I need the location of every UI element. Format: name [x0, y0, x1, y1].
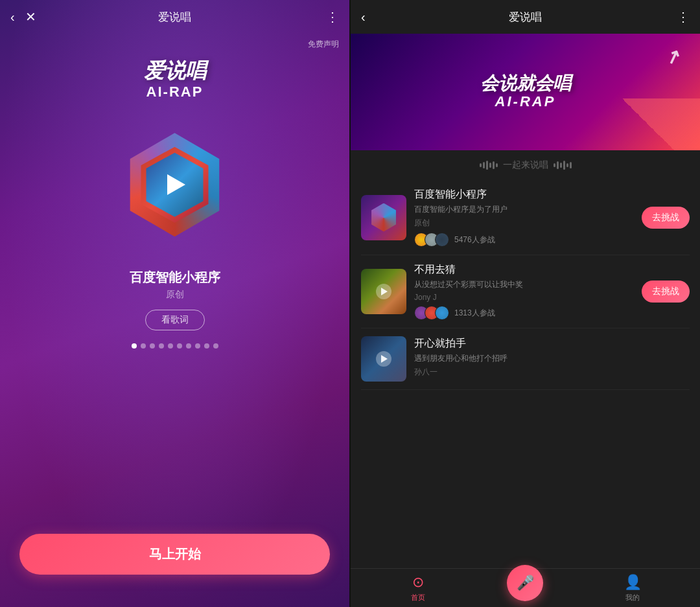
- song-details-3: 开心就拍手 遇到朋友用心和他打个招呼 孙八一: [414, 337, 690, 382]
- wave-bar: [489, 163, 491, 168]
- thumb-triangle-2: [381, 288, 388, 295]
- right-header: ‹ 爱说唱 ⋮: [351, 0, 700, 34]
- mic-icon: 🎤: [517, 575, 534, 591]
- nav-profile-label: 我的: [625, 593, 640, 602]
- song-meta-2: 1313人参战: [414, 306, 634, 320]
- play-icon[interactable]: [159, 168, 191, 201]
- left-header: ‹ ✕ 爱说唱 ⋮: [0, 0, 349, 34]
- dot-6[interactable]: [177, 343, 182, 349]
- participant-count-1: 5476人参战: [454, 235, 495, 246]
- banner-content: 会说就会唱 AI-RAP: [480, 74, 571, 111]
- song-artist-1: 原创: [414, 218, 634, 229]
- wave-bar: [480, 163, 482, 167]
- fab-button[interactable]: 🎤: [507, 565, 543, 601]
- left-more-button[interactable]: ⋮: [326, 9, 339, 25]
- song-desc-1: 百度智能小程序是为了用户: [414, 204, 634, 215]
- nav-home-label: 首页: [411, 593, 425, 602]
- right-header-title: 爱说唱: [509, 10, 542, 25]
- nav-profile[interactable]: 👤 我的: [613, 574, 652, 602]
- wave-bar: [486, 161, 488, 170]
- song-details-2: 不用去猜 从没想过买个彩票可以让我中奖 Jony J 1313人参战: [414, 263, 634, 320]
- play-triangle: [167, 174, 185, 195]
- dot-3[interactable]: [150, 343, 155, 349]
- wave-bar: [560, 163, 562, 168]
- song-tag: 原创: [130, 289, 220, 301]
- app-subtitle: AI-RAP: [146, 84, 204, 100]
- wave-bar: [554, 163, 555, 167]
- challenge-button-2[interactable]: 去挑战: [642, 281, 690, 303]
- profile-icon: 👤: [624, 574, 642, 591]
- song-item-1[interactable]: 百度智能小程序 百度智能小程序是为了用户 原创 5476人参战 去挑战: [361, 180, 690, 255]
- song-thumb-3[interactable]: [361, 336, 406, 382]
- back-icon[interactable]: ‹: [10, 10, 15, 25]
- wave-bar: [570, 162, 572, 168]
- wave-bars-left: [480, 161, 498, 170]
- wave-bar: [483, 162, 485, 168]
- song-meta-1: 5476人参战: [414, 233, 634, 247]
- right-back-icon[interactable]: ‹: [361, 10, 366, 25]
- wave-bar: [496, 163, 498, 167]
- song-details-1: 百度智能小程序 百度智能小程序是为了用户 原创 5476人参战: [414, 188, 634, 247]
- avatar-6: [435, 306, 449, 320]
- dot-indicator: [132, 343, 218, 349]
- nav-home[interactable]: ⊙ 首页: [399, 574, 438, 602]
- dot-2[interactable]: [141, 343, 146, 349]
- dot-1[interactable]: [132, 343, 137, 349]
- song-name-2: 不用去猜: [414, 263, 634, 277]
- banner-stripe: [622, 98, 700, 150]
- left-panel: ‹ ✕ 爱说唱 ⋮ 免费声明 爱说唱 AI-RAP 百度智能小程序 原创 看歌词: [0, 0, 349, 607]
- wave-bar: [557, 161, 559, 169]
- song-item-2[interactable]: 不用去猜 从没想过买个彩票可以让我中奖 Jony J 1313人参战 去挑战: [361, 255, 690, 328]
- thumb-hex-bg: [369, 203, 398, 232]
- song-desc-3: 遇到朋友用心和他打个招呼: [414, 353, 690, 364]
- song-title: 百度智能小程序: [130, 269, 220, 286]
- hex-outer: [117, 126, 233, 243]
- avatar-3: [435, 233, 449, 247]
- song-info: 百度智能小程序 原创 看歌词: [130, 269, 220, 330]
- wave-text: 一起来说唱: [503, 159, 548, 171]
- wave-bar: [566, 163, 568, 167]
- song-desc-2: 从没想过买个彩票可以让我中奖: [414, 279, 634, 290]
- home-icon: ⊙: [412, 574, 424, 591]
- lyrics-button[interactable]: 看歌词: [145, 310, 205, 330]
- avatar-group-1: [414, 233, 449, 247]
- dot-9[interactable]: [204, 343, 209, 349]
- participant-count-2: 1313人参战: [454, 308, 495, 319]
- wave-bar: [493, 161, 495, 169]
- song-thumb-1[interactable]: [361, 195, 406, 240]
- free-declaration[interactable]: 免费声明: [308, 39, 339, 50]
- left-header-left: ‹ ✕: [10, 9, 36, 25]
- app-logo-area: 爱说唱 AI-RAP 百度智能小程序 原创 看歌词: [0, 34, 349, 349]
- song-artist-3: 孙八一: [414, 367, 690, 378]
- song-name-1: 百度智能小程序: [414, 188, 634, 201]
- dot-5[interactable]: [168, 343, 173, 349]
- right-more-button[interactable]: ⋮: [677, 9, 690, 25]
- wave-bars-right: [554, 161, 572, 170]
- dot-8[interactable]: [195, 343, 200, 349]
- dot-4[interactable]: [159, 343, 164, 349]
- bottom-nav: ⊙ 首页 🎤 👤 我的: [351, 568, 700, 607]
- banner: 会说就会唱 AI-RAP ↗: [351, 34, 700, 150]
- start-button[interactable]: 马上开始: [19, 534, 330, 575]
- wave-bar: [563, 161, 565, 170]
- play-button-container[interactable]: [110, 120, 240, 249]
- sound-wave-row: 一起来说唱: [351, 150, 700, 180]
- song-list: 百度智能小程序 百度智能小程序是为了用户 原创 5476人参战 去挑战: [351, 180, 700, 568]
- dot-10[interactable]: [213, 343, 218, 349]
- banner-arrow-icon: ↗: [662, 45, 684, 70]
- dot-7[interactable]: [186, 343, 191, 349]
- thumb-play-icon-2[interactable]: [376, 284, 391, 299]
- thumb-hex: [368, 201, 400, 234]
- song-thumb-2[interactable]: [361, 269, 406, 314]
- banner-subtitle: AI-RAP: [480, 93, 571, 110]
- thumb-play-icon-3[interactable]: [376, 351, 391, 367]
- song-name-3: 开心就拍手: [414, 337, 690, 350]
- right-panel: ‹ 爱说唱 ⋮ 会说就会唱 AI-RAP ↗ 一起来说唱: [351, 0, 700, 607]
- close-icon[interactable]: ✕: [25, 9, 36, 25]
- left-header-title: 爱说唱: [158, 10, 191, 25]
- challenge-button-1[interactable]: 去挑战: [642, 207, 690, 229]
- song-item-3[interactable]: 开心就拍手 遇到朋友用心和他打个招呼 孙八一: [361, 328, 690, 390]
- banner-title: 会说就会唱: [480, 74, 571, 94]
- app-title: 爱说唱: [144, 60, 206, 82]
- thumb-triangle-3: [381, 355, 388, 363]
